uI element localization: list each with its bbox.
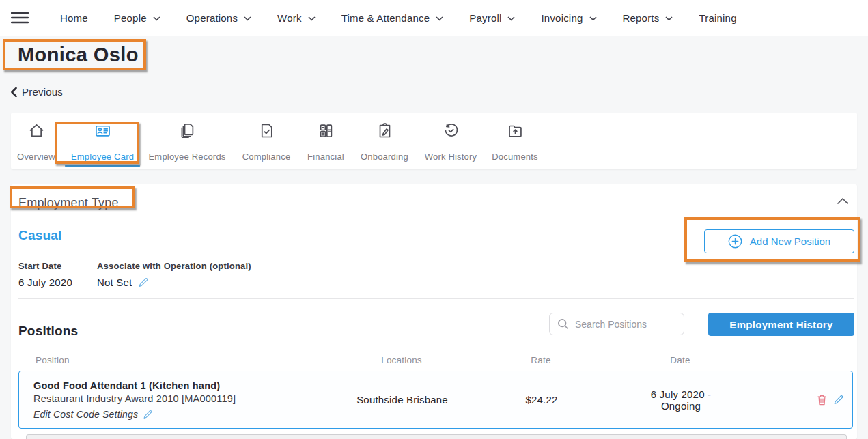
associate-operation-label: Associate with Operation (optional) — [97, 261, 251, 271]
tab-label: Employee Card — [71, 152, 134, 162]
document-check-icon — [257, 122, 276, 140]
positions-table-header: Position Locations Rate Date — [18, 351, 854, 369]
edit-pencil-icon[interactable] — [138, 277, 148, 287]
clock-history-icon — [442, 122, 460, 140]
delete-trash-icon[interactable] — [817, 394, 827, 406]
tab-documents[interactable]: Documents — [482, 113, 548, 169]
edit-cost-code-label: Edit Cost Code Settings — [33, 409, 138, 420]
nav-item-operations[interactable]: Operations — [186, 12, 251, 24]
add-new-position-label: Add New Position — [750, 236, 830, 247]
employment-history-button[interactable]: Employment History — [708, 313, 854, 336]
hamburger-menu-icon[interactable] — [11, 11, 29, 25]
associate-operation-value: Not Set — [97, 277, 132, 288]
chevron-left-icon — [11, 87, 17, 97]
nav-item-people[interactable]: People — [114, 12, 160, 24]
calculator-icon — [317, 122, 335, 140]
table-row[interactable]: Good Food Attendant 1 (Kitchen hand) Res… — [18, 371, 853, 429]
folder-upload-icon — [506, 122, 524, 140]
tab-label: Work History — [425, 152, 477, 162]
nav-item-time-attendance[interactable]: Time & Attendance — [341, 12, 444, 24]
column-header-position: Position — [18, 355, 355, 365]
previous-label: Previous — [22, 86, 63, 98]
tab-compliance[interactable]: Compliance — [231, 113, 302, 169]
tab-label: Compliance — [242, 152, 291, 162]
profile-tab-bar: Overview Employee Card Employee Records … — [11, 113, 857, 169]
tab-onboarding[interactable]: Onboarding — [350, 113, 419, 169]
position-award: Restaurant Industry Award 2010 [MA000119… — [33, 393, 356, 404]
associate-operation-field: Associate with Operation (optional) Not … — [97, 261, 251, 288]
search-icon — [557, 318, 569, 330]
column-header-locations: Locations — [355, 355, 448, 365]
clipboard-pencil-icon — [376, 122, 394, 140]
column-header-rate: Rate — [448, 355, 634, 365]
tab-overview[interactable]: Overview — [11, 113, 61, 169]
location-cell: Southside Brisbane — [356, 394, 449, 406]
previous-link[interactable]: Previous — [11, 86, 63, 98]
add-new-position-button[interactable]: Add New Position — [704, 229, 854, 253]
chevron-down-icon — [308, 16, 316, 21]
chevron-down-icon — [436, 16, 443, 21]
nav-item-payroll[interactable]: Payroll — [469, 12, 515, 24]
edit-pencil-icon — [143, 410, 152, 419]
chevron-down-icon — [589, 16, 597, 21]
edit-row-pencil-icon[interactable] — [833, 395, 843, 405]
stacked-documents-icon — [178, 122, 197, 140]
nav-label: Training — [699, 12, 736, 24]
home-icon — [27, 122, 46, 140]
edit-cost-code-link[interactable]: Edit Cost Code Settings — [33, 409, 356, 420]
start-date-field: Start Date 6 July 2020 — [18, 261, 72, 288]
position-cell: Good Food Attendant 1 (Kitchen hand) Res… — [19, 380, 356, 420]
rate-cell: $24.22 — [449, 394, 634, 406]
tab-label: Onboarding — [361, 152, 408, 162]
nav-label: Operations — [186, 12, 238, 24]
plus-circle-icon — [728, 234, 742, 249]
positions-search — [549, 313, 684, 335]
top-navbar: Home People Operations Work Time & Atten… — [0, 0, 868, 36]
employment-type-section: Employment Type Casual Add New Position … — [11, 184, 857, 439]
row-actions — [727, 394, 852, 406]
chevron-down-icon — [665, 16, 673, 21]
tab-label: Documents — [492, 152, 538, 162]
section-divider — [18, 298, 854, 299]
nav-label: Reports — [623, 12, 660, 24]
active-tab-underline — [65, 165, 140, 167]
nav-item-work[interactable]: Work — [277, 12, 316, 24]
tab-label: Financial — [307, 152, 344, 162]
chevron-down-icon — [244, 16, 251, 21]
tab-work-history[interactable]: Work History — [419, 113, 482, 169]
date-cell: 6 July 2020 - Ongoing — [634, 388, 727, 412]
column-header-date: Date — [634, 355, 727, 365]
tab-financial[interactable]: Financial — [302, 113, 350, 169]
nav-label: Time & Attendance — [341, 12, 430, 24]
section-title: Employment Type — [18, 196, 119, 210]
tab-label: Employee Records — [148, 152, 225, 162]
nav-label: Work — [277, 12, 302, 24]
nav-label: Payroll — [469, 12, 501, 24]
search-positions-input[interactable] — [575, 319, 684, 330]
next-row-partial — [26, 434, 847, 439]
chevron-down-icon — [153, 16, 160, 21]
nav-item-reports[interactable]: Reports — [623, 12, 673, 24]
start-date-label: Start Date — [18, 261, 72, 271]
start-date-value: 6 July 2020 — [18, 277, 72, 288]
nav-label: Home — [60, 12, 88, 24]
page-title: Monica Oslo — [18, 44, 139, 66]
nav-label: People — [114, 12, 147, 24]
positions-title: Positions — [18, 324, 78, 339]
nav-item-home[interactable]: Home — [60, 12, 88, 24]
tab-label: Overview — [17, 152, 55, 162]
id-card-icon — [94, 122, 112, 140]
chevron-up-icon[interactable] — [837, 198, 848, 204]
chevron-down-icon — [507, 16, 515, 21]
position-title: Good Food Attendant 1 (Kitchen hand) — [33, 380, 356, 391]
nav-item-invoicing[interactable]: Invoicing — [541, 12, 596, 24]
tab-employee-records[interactable]: Employee Records — [143, 113, 231, 169]
nav-label: Invoicing — [541, 12, 583, 24]
tab-employee-card[interactable]: Employee Card — [61, 113, 143, 169]
nav-item-training[interactable]: Training — [699, 12, 736, 24]
nav-items: Home People Operations Work Time & Atten… — [60, 12, 737, 24]
employment-type-value: Casual — [18, 228, 62, 243]
